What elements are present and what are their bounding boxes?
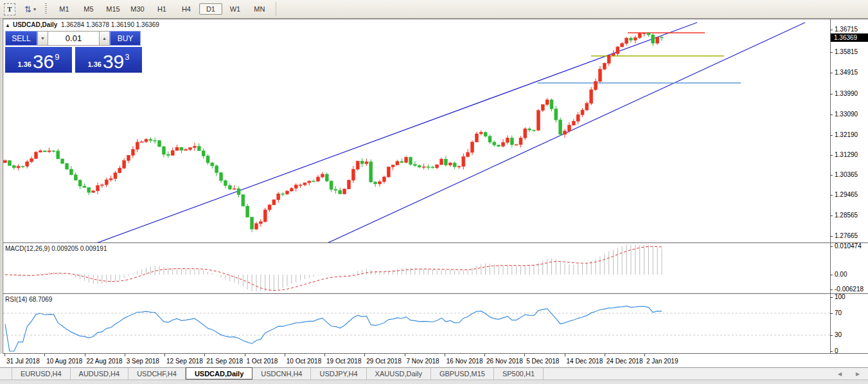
volume-increase-button[interactable]: ▲ <box>99 31 110 46</box>
bull-candle <box>299 185 302 185</box>
bull-candle <box>4 161 7 163</box>
timeframe-button-M30[interactable]: M30 <box>126 3 149 15</box>
bull-candle <box>466 152 470 156</box>
bear-candle <box>78 180 82 186</box>
bull-candle <box>118 168 121 172</box>
time-axis[interactable]: 31 Jul 201810 Aug 201822 Aug 20183 Sep 2… <box>0 354 868 367</box>
chart-tab-USDCAD-Daily[interactable]: USDCAD,Daily <box>186 367 252 379</box>
rsi-line <box>5 306 662 351</box>
macd-label: MACD(12,26,9) 0.009205 0.009191 <box>5 245 107 252</box>
bull-candle <box>356 161 359 170</box>
timeframe-button-D1[interactable]: D1 <box>199 3 222 15</box>
volume-input[interactable]: 0.01 <box>48 31 99 46</box>
bear-candle <box>251 217 254 230</box>
time-axis-tick <box>364 354 365 356</box>
time-axis-label: 12 Sep 2018 <box>166 358 203 365</box>
time-axis-label: 22 Aug 2018 <box>87 358 123 365</box>
sell-price-display[interactable]: 1.36 36 9 <box>5 47 72 73</box>
chart-tab-SP500-H1[interactable]: SP500,H1 <box>494 368 544 379</box>
timeframe-button-M1[interactable]: M1 <box>53 3 76 15</box>
bear-candle <box>220 172 223 180</box>
bear-candle <box>224 181 227 186</box>
bull-candle <box>506 138 509 143</box>
bull-candle <box>365 162 368 164</box>
bear-candle <box>149 140 152 141</box>
timeframe-button-W1[interactable]: W1 <box>224 3 247 15</box>
bull-candle <box>616 47 619 54</box>
collapse-chart-icon[interactable]: ▲ <box>5 23 10 28</box>
time-axis-label: 16 Nov 2018 <box>447 358 483 365</box>
bear-candle <box>74 175 77 180</box>
bull-candle <box>316 177 319 181</box>
bear-candle <box>206 156 209 163</box>
time-axis-label: 3 Sep 2018 <box>127 358 159 365</box>
time-axis-tick <box>44 354 45 356</box>
bear-candle <box>61 159 64 163</box>
time-axis-label: 14 Dec 2018 <box>567 358 603 365</box>
rsi-indicator-chart[interactable] <box>3 294 830 352</box>
chart-tab-USDCHF-H4[interactable]: USDCHF,H4 <box>128 368 186 379</box>
buy-button[interactable]: BUY <box>110 31 141 46</box>
bull-candle <box>382 177 385 181</box>
timeframe-button-M15[interactable]: M15 <box>102 3 125 15</box>
bull-candle <box>536 111 540 131</box>
macd-indicator-chart[interactable] <box>3 243 830 293</box>
text-tool-button[interactable]: T <box>4 3 15 15</box>
bear-candle <box>629 38 632 40</box>
bull-candle <box>545 100 549 104</box>
channel-upper[interactable] <box>96 23 697 242</box>
chart-tab-AUDUSD-H4[interactable]: AUDUSD,H4 <box>71 368 129 379</box>
buy-price-display[interactable]: 1.36 39 3 <box>75 47 142 73</box>
bull-candle <box>462 156 465 166</box>
bear-candle <box>647 33 650 35</box>
timeframe-button-H1[interactable]: H1 <box>150 3 173 15</box>
bull-candle <box>576 114 580 121</box>
tab-scroll-right-button[interactable]: ▶ <box>851 368 865 379</box>
bear-candle <box>533 130 536 131</box>
bear-candle <box>431 167 434 168</box>
bull-candle <box>479 133 483 134</box>
bear-candle <box>413 165 416 166</box>
macd-axis-label: 0.00 <box>835 271 847 278</box>
timeframe-button-M5[interactable]: M5 <box>77 3 100 15</box>
ohlc-open: 1.36284 <box>61 21 84 28</box>
arrange-windows-button[interactable]: ⇅ ▾ <box>22 3 39 15</box>
toolbar-separator <box>276 2 276 16</box>
time-axis-label: 10 Oct 2018 <box>287 358 321 365</box>
sell-price-prefix: 1.36 <box>17 60 31 68</box>
bull-candle <box>92 191 95 192</box>
bull-candle <box>39 151 42 152</box>
timeframe-button-H4[interactable]: H4 <box>175 3 198 15</box>
volume-decrease-button[interactable]: ▼ <box>37 31 48 46</box>
chart-tab-EURUSD-H4[interactable]: EURUSD,H4 <box>12 368 71 379</box>
sell-button[interactable]: SELL <box>5 31 37 46</box>
axis-tick <box>830 246 833 247</box>
axis-tick <box>830 289 833 290</box>
bull-candle <box>294 185 297 188</box>
tab-scroll-left-button[interactable]: ◀ <box>833 368 847 379</box>
chart-tab-USDCNH-H4[interactable]: USDCNH,H4 <box>252 368 311 379</box>
price-axis-label: 1.29465 <box>835 191 858 198</box>
bear-candle <box>69 169 73 175</box>
bull-candle <box>100 185 103 185</box>
bear-candle <box>497 145 500 146</box>
one-click-trading-panel: SELL ▼ 0.01 ▲ BUY 1.36 36 9 1.36 39 3 <box>5 31 142 73</box>
chart-tab-USDJPY-H4[interactable]: USDJPY,H4 <box>311 368 366 379</box>
macd-signal-line <box>5 246 662 290</box>
current-price-badge: 1.36369 <box>831 33 868 42</box>
chart-tab-XAUUSD-Daily[interactable]: XAUUSD,Daily <box>367 368 431 379</box>
bull-candle <box>145 140 148 142</box>
axis-tick <box>830 30 833 30</box>
timeframe-button-MN[interactable]: MN <box>248 3 271 15</box>
chart-tab-GBPUSD-M15[interactable]: GBPUSD,M15 <box>431 368 494 379</box>
bear-candle <box>660 37 664 38</box>
bull-candle <box>285 191 288 194</box>
price-axis-label: 1.36715 <box>835 26 858 33</box>
bear-candle <box>360 161 364 164</box>
time-axis-tick <box>445 354 445 356</box>
time-axis-tick <box>164 354 165 356</box>
rsi-axis-label: 100 <box>835 293 846 300</box>
bull-candle <box>603 63 606 69</box>
axis-tick <box>830 155 833 156</box>
bear-candle <box>166 154 170 156</box>
